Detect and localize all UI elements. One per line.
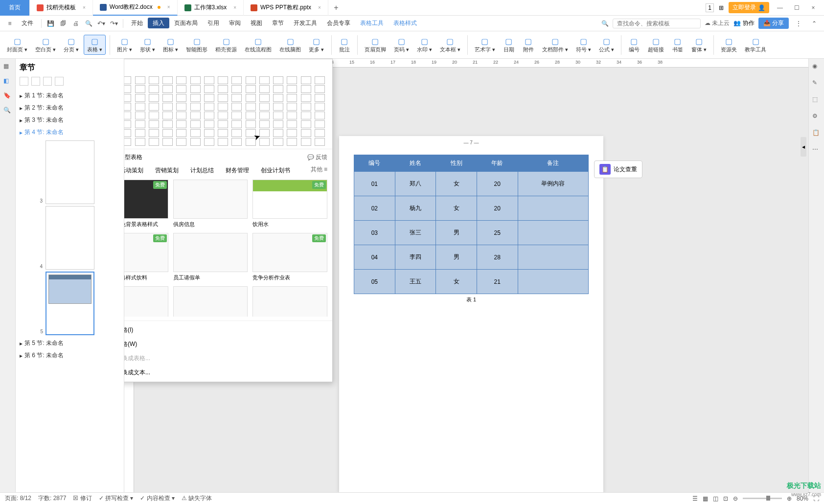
- new-tab-button[interactable]: +: [328, 3, 344, 12]
- search-rail-icon[interactable]: 🔍: [3, 107, 12, 115]
- view-mode-4-icon[interactable]: ⊡: [723, 495, 728, 502]
- ribbon-在线流程图[interactable]: ▢在线流程图: [242, 35, 275, 54]
- grid-cell[interactable]: [273, 103, 283, 111]
- ribbon-图标[interactable]: ▢图标 ▾: [160, 35, 181, 54]
- table-header[interactable]: 备注: [518, 155, 589, 172]
- grid-cell[interactable]: [135, 94, 145, 102]
- grid-cell[interactable]: [301, 129, 311, 137]
- grid-cell[interactable]: [204, 112, 214, 119]
- grid-cell[interactable]: [273, 112, 283, 119]
- grid-cell[interactable]: [190, 94, 201, 102]
- grid-cell[interactable]: [162, 129, 173, 137]
- grid-cell[interactable]: [190, 120, 201, 128]
- ribbon-页眉页脚[interactable]: ▢页眉页脚: [362, 35, 389, 54]
- grid-cell[interactable]: [301, 103, 311, 111]
- ribbon-批注[interactable]: ▢批注: [336, 35, 353, 54]
- template-item[interactable]: 产品费用预算: [173, 286, 248, 317]
- template-item[interactable]: 员工请假单: [173, 233, 248, 281]
- grid-cell[interactable]: [149, 76, 159, 84]
- grid-cell[interactable]: [231, 120, 242, 128]
- ribbon-在线脑图[interactable]: ▢在线脑图: [276, 35, 304, 54]
- ribbon-文档部件[interactable]: ▢文档部件 ▾: [539, 35, 571, 54]
- grid-cell[interactable]: [315, 76, 325, 84]
- grid-cell[interactable]: [287, 112, 297, 119]
- grid-cell[interactable]: [273, 85, 283, 93]
- template-category[interactable]: 计划总结: [187, 165, 217, 176]
- grid-cell[interactable]: [135, 120, 145, 128]
- ribbon-附件[interactable]: ▢附件: [520, 35, 537, 54]
- grid-cell[interactable]: [190, 103, 201, 111]
- grid-cell[interactable]: [218, 129, 228, 137]
- bookmark-icon[interactable]: 🔖: [3, 92, 12, 101]
- template-item[interactable]: 凹凸感表格样式工具: [124, 286, 168, 317]
- ribbon-稻壳资源[interactable]: ▢稻壳资源: [212, 35, 240, 54]
- grid-cell[interactable]: [287, 138, 297, 146]
- clipboard-rail-icon[interactable]: 📋: [812, 129, 821, 138]
- grid-cell[interactable]: [218, 94, 228, 102]
- grid-cell[interactable]: [176, 120, 186, 128]
- grid-cell[interactable]: [259, 85, 270, 93]
- sb-tool-remove[interactable]: [55, 77, 64, 86]
- grid-cell[interactable]: [273, 120, 283, 128]
- template-item[interactable]: 免费饮用水: [252, 180, 327, 228]
- tab-ppt-doc[interactable]: WPS PPT教程.pptx×: [244, 0, 328, 16]
- grid-cell[interactable]: [124, 138, 131, 146]
- grid-cell[interactable]: [149, 129, 159, 137]
- grid-cell[interactable]: [259, 103, 270, 111]
- redo-icon[interactable]: ↷▾: [108, 18, 120, 29]
- grid-cell[interactable]: [204, 129, 214, 137]
- template-item[interactable]: 供房信息: [173, 180, 248, 228]
- preview-icon[interactable]: 🔍: [83, 18, 94, 29]
- grid-cell[interactable]: [176, 112, 186, 119]
- grid-cell[interactable]: [218, 85, 228, 93]
- grid-cell[interactable]: [218, 103, 228, 111]
- grid-cell[interactable]: [231, 129, 242, 137]
- tab-excel-doc[interactable]: 工作簿3.xlsx×: [178, 0, 244, 16]
- grid-cell[interactable]: [287, 120, 297, 128]
- template-item[interactable]: 免费游戏类型深色背景表格样式: [124, 180, 168, 228]
- grid-cell[interactable]: [315, 112, 325, 119]
- grid-cell[interactable]: [162, 76, 173, 84]
- grid-cell[interactable]: [135, 138, 145, 146]
- collapse-sidebar-icon[interactable]: ◀: [801, 137, 806, 157]
- close-icon[interactable]: ×: [318, 5, 321, 10]
- grid-cell[interactable]: [218, 120, 228, 128]
- grid-cell[interactable]: [176, 85, 186, 93]
- menu-会员专享[interactable]: 会员专享: [322, 18, 355, 28]
- grid-cell[interactable]: [315, 85, 325, 93]
- grid-cell[interactable]: [149, 120, 159, 128]
- grid-cell[interactable]: [176, 138, 186, 146]
- grid-cell[interactable]: [135, 103, 145, 111]
- collab-button[interactable]: 👥 协作: [733, 19, 754, 27]
- ribbon-图片[interactable]: ▢图片 ▾: [114, 35, 135, 54]
- grid-cell[interactable]: [246, 103, 256, 111]
- print-preview-icon[interactable]: 🗐: [57, 18, 69, 29]
- menu-表格样式[interactable]: 表格样式: [389, 18, 422, 28]
- menu-章节[interactable]: 章节: [267, 18, 289, 28]
- grid-cell[interactable]: [246, 76, 256, 84]
- ribbon-教学工具[interactable]: ▢教学工具: [742, 35, 769, 54]
- grid-cell[interactable]: [301, 138, 311, 146]
- grid-cell[interactable]: [259, 76, 270, 84]
- word-count[interactable]: 字数: 2877: [38, 494, 66, 503]
- grid-cell[interactable]: [231, 138, 242, 146]
- grid-cell[interactable]: [287, 103, 297, 111]
- table-action[interactable]: ⊞插入表格(I): [124, 323, 332, 337]
- close-icon[interactable]: ×: [233, 5, 236, 10]
- grid-cell[interactable]: [204, 138, 214, 146]
- grid-cell[interactable]: [231, 76, 242, 84]
- grid-cell[interactable]: [204, 103, 214, 111]
- table-row[interactable]: 02杨九女20: [354, 196, 589, 221]
- undo-icon[interactable]: ↶▾: [95, 18, 107, 29]
- section-item[interactable]: ▸第 5 节: 未命名: [20, 337, 120, 349]
- ribbon-空白页[interactable]: ▢空白页 ▾: [32, 35, 59, 54]
- grid-cell[interactable]: [204, 94, 214, 102]
- tab-home[interactable]: 首页: [0, 0, 30, 16]
- template-item[interactable]: 企业合同: [252, 286, 327, 317]
- share-button[interactable]: 📤 分享: [758, 18, 789, 29]
- grid-cell[interactable]: [273, 76, 283, 84]
- ribbon-文本框[interactable]: ▢文本框 ▾: [437, 35, 463, 54]
- grid-cell[interactable]: [246, 94, 256, 102]
- tab-word-doc[interactable]: Word教程2.docx×: [93, 0, 178, 16]
- grid-cell[interactable]: [162, 103, 173, 111]
